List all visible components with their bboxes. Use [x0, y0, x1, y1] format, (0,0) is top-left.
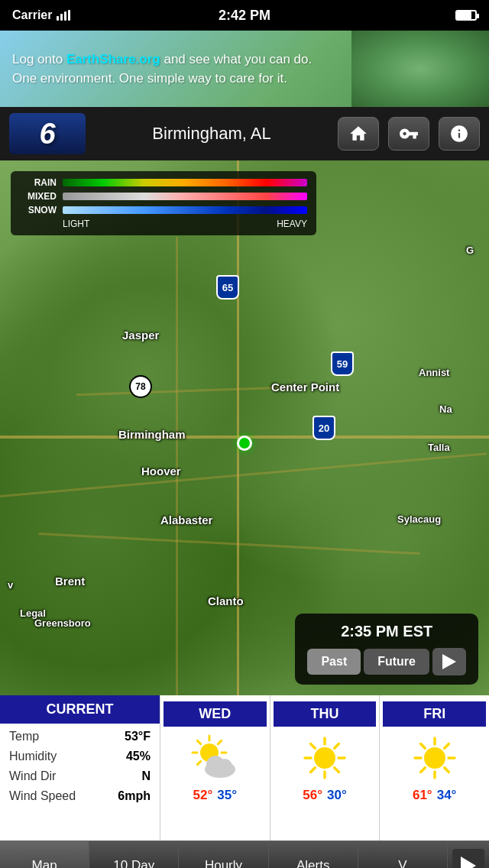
humidity-row: Humidity 45%: [9, 750, 151, 763]
wind-speed-value: 6mph: [118, 789, 151, 803]
future-button[interactable]: Future: [364, 649, 429, 675]
humidity-label: Humidity: [9, 750, 57, 763]
map-label-talla: Talla: [428, 442, 450, 453]
tab-play[interactable]: [448, 841, 489, 868]
legend-mixed-row: MIXED: [20, 191, 307, 202]
wed-label: WED: [164, 701, 267, 727]
tab-v[interactable]: V: [358, 841, 448, 868]
banner-trees: [351, 31, 489, 107]
map-label-sylacaug: Sylacaug: [397, 513, 441, 525]
tab-map[interactable]: Map: [0, 841, 89, 868]
forecast-fri[interactable]: FRI 61°: [380, 695, 489, 840]
temp-label: Temp: [9, 730, 39, 743]
legend-scale: LIGHT HEAVY: [20, 219, 307, 229]
legend-rain-bar: [63, 179, 307, 186]
road-2: [38, 533, 419, 555]
fri-low: 34°: [437, 788, 457, 803]
play-icon: [442, 654, 456, 669]
interstate-59: 59: [331, 351, 354, 376]
legend-snow-label: SNOW: [20, 205, 57, 215]
app-header: 6 Birmingham, AL: [0, 107, 489, 160]
forecast-wed[interactable]: WED: [160, 695, 270, 840]
svg-line-30: [420, 768, 425, 772]
battery-icon: [455, 10, 477, 21]
banner-ad: Log onto EarthShare.org and see what you…: [0, 31, 489, 107]
status-time: 2:42 PM: [219, 8, 270, 24]
carrier-text: Carrier: [12, 8, 70, 22]
legend-snow-row: SNOW: [20, 205, 307, 215]
wed-low: 35°: [217, 788, 237, 803]
wed-icon: [188, 731, 241, 785]
status-right: [455, 10, 477, 21]
info-button[interactable]: [439, 117, 480, 151]
wind-dir-label: Wind Dir: [9, 769, 56, 783]
weather-panel: CURRENT Temp 53°F Humidity 45% Wind Dir …: [0, 695, 489, 840]
wed-high: 52°: [193, 788, 213, 803]
temp-row: Temp 53°F: [9, 730, 151, 743]
wed-temps: 52° 35°: [193, 788, 237, 803]
us-78: 78: [129, 375, 152, 398]
thu-high: 56°: [303, 788, 322, 803]
wind-dir-row: Wind Dir N: [9, 769, 151, 783]
home-button[interactable]: [338, 117, 379, 151]
fri-temps: 61° 34°: [413, 788, 456, 803]
svg-line-11: [198, 740, 201, 743]
tab-hourly[interactable]: Hourly: [179, 841, 268, 868]
humidity-value: 45%: [126, 750, 151, 763]
svg-line-19: [335, 768, 339, 772]
past-button[interactable]: Past: [307, 649, 361, 675]
road-vertical: [237, 160, 239, 695]
map-label-g: G: [466, 245, 474, 256]
temp-value: 53°F: [125, 730, 151, 743]
legend-rain-label: RAIN: [20, 177, 57, 188]
svg-line-32: [420, 744, 425, 749]
timestamp-box: 2:35 PM EST Past Future: [295, 614, 478, 685]
current-conditions: CURRENT Temp 53°F Humidity 45% Wind Dir …: [0, 695, 160, 840]
legend-snow-bar: [63, 206, 307, 214]
interstate-20: 20: [313, 416, 335, 440]
svg-rect-1: [60, 14, 63, 21]
map-label-na: Na: [439, 403, 452, 415]
map-label-greensboro: Greensboro: [34, 617, 91, 629]
city-name: Birmingham, AL: [95, 124, 329, 144]
map-background: Jasper Birmingham Hoover Alabaster Cente…: [0, 160, 489, 695]
location-dot: [237, 436, 252, 451]
tab-play-button[interactable]: [452, 849, 484, 869]
road-3: [76, 386, 306, 396]
wind-dir-value: N: [141, 769, 151, 783]
svg-rect-0: [57, 16, 59, 21]
forecast-thu[interactable]: THU 56°: [270, 695, 381, 840]
tab-play-icon: [461, 857, 476, 869]
map-label-hoover: Hoover: [141, 465, 181, 478]
current-header: CURRENT: [0, 695, 160, 724]
thu-icon: [298, 731, 351, 785]
banner-text: Log onto EarthShare.org and see what you…: [12, 50, 312, 89]
tab-alerts[interactable]: Alerts: [269, 841, 358, 868]
key-button[interactable]: [388, 117, 429, 151]
shield-65: 65: [215, 274, 240, 301]
legend-mixed-label: MIXED: [20, 191, 57, 202]
fri-high: 61°: [413, 788, 432, 803]
map-label-alabaster: Alabaster: [160, 513, 212, 526]
svg-line-21: [311, 768, 316, 772]
interstate-65: 65: [216, 275, 239, 300]
timestamp-time: 2:35 PM EST: [307, 623, 466, 640]
svg-line-23: [311, 744, 316, 749]
svg-line-17: [335, 744, 339, 749]
svg-rect-2: [64, 11, 66, 21]
station-logo: 6: [9, 113, 86, 154]
svg-point-24: [314, 747, 335, 769]
legend-heavy: HEAVY: [277, 219, 307, 229]
tab-10day[interactable]: 10 Day: [89, 841, 179, 868]
svg-point-33: [424, 747, 445, 769]
shield-20: 20: [312, 414, 336, 442]
shield-59: 59: [330, 350, 355, 377]
shield-78: 78: [128, 373, 153, 400]
map-container[interactable]: Jasper Birmingham Hoover Alabaster Cente…: [0, 160, 489, 695]
thu-temps: 56° 30°: [303, 788, 346, 803]
earthshare-link[interactable]: EarthShare.org: [66, 52, 160, 66]
map-label-legal: Legal: [20, 607, 46, 619]
legend-light: LIGHT: [63, 219, 89, 229]
play-button[interactable]: [432, 648, 466, 675]
tab-bar: Map 10 Day Hourly Alerts V: [0, 840, 489, 868]
